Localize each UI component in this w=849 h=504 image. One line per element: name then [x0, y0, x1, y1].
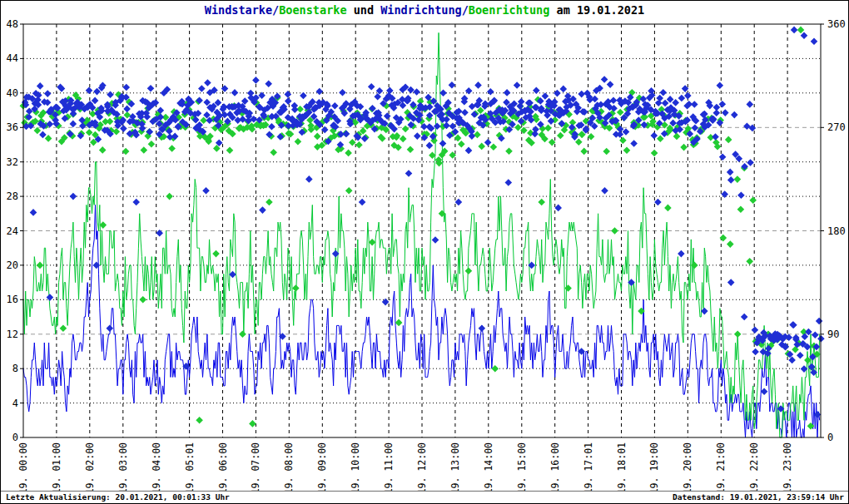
footer-bar: Letzte Aktualisierung: 20.01.2021, 00:01… — [1, 491, 848, 503]
x-axis-label: 19. 22:00 — [748, 442, 760, 492]
x-axis-label: 19. 18:01 — [616, 442, 628, 492]
left-axis-label: 20 — [7, 259, 18, 271]
left-axis-label: 36 — [7, 121, 18, 133]
x-axis-label: 19. 23:00 — [782, 442, 793, 492]
x-axis-label: 19. 20:00 — [682, 442, 693, 492]
data-state-text: Datenstand: 19.01.2021, 23:59:14 Uhr — [673, 492, 844, 503]
left-axis-label: 44 — [7, 52, 18, 64]
x-axis-label: 19. 11:00 — [383, 442, 395, 492]
left-axis-label: 32 — [7, 156, 18, 168]
right-axis-label: 270 — [827, 121, 846, 133]
x-axis-label: 19. 03:00 — [117, 442, 129, 492]
left-axis-label: 48 — [7, 18, 18, 30]
x-axis-label: 19. 00:00 — [17, 442, 29, 492]
left-axis-label: 16 — [7, 294, 18, 305]
x-axis-label: 19. 21:00 — [715, 442, 727, 492]
right-axis-label: 360 — [827, 18, 846, 30]
x-axis-label: 19. 06:00 — [217, 442, 229, 492]
left-axis-label: 12 — [7, 329, 18, 340]
boenstarke-line — [23, 32, 820, 437]
left-axis-label: 8 — [12, 363, 18, 374]
x-axis-label: 19. 07:00 — [250, 442, 261, 492]
x-axis-label: 19. 17:01 — [583, 442, 594, 492]
x-axis-label: 19. 05:01 — [184, 442, 196, 492]
left-axis-label: 4 — [12, 398, 18, 409]
last-update-text: Letzte Aktualisierung: 20.01.2021, 00:01… — [6, 492, 230, 503]
x-axis-label: 19. 13:00 — [449, 442, 461, 492]
windstarke-line — [23, 205, 820, 437]
x-axis-label: 19. 15:00 — [516, 442, 528, 492]
x-axis-label: 19. 12:00 — [416, 442, 428, 492]
x-axis-label: 19. 10:00 — [350, 442, 361, 492]
right-axis-label: 0 — [827, 432, 833, 443]
right-axis-label: 90 — [827, 329, 839, 340]
left-axis-label: 0 — [12, 432, 18, 443]
x-axis-label: 19. 04:00 — [151, 442, 162, 492]
left-axis-label: 40 — [7, 87, 18, 99]
left-axis-label: 24 — [7, 225, 18, 237]
x-axis-label: 19. 14:00 — [483, 442, 494, 492]
right-axis-label: 180 — [827, 225, 846, 237]
x-axis-label: 19. 16:00 — [549, 442, 561, 492]
x-axis-label: 19. 09:00 — [316, 442, 328, 492]
x-axis-label: 19. 19:00 — [648, 442, 660, 492]
x-axis-label: 19. 08:00 — [283, 442, 295, 492]
chart-window: Windstarke/Boenstarke und Windrichtung/B… — [0, 0, 849, 504]
left-axis-label: 28 — [7, 190, 18, 202]
x-axis-label: 19. 02:00 — [84, 442, 96, 492]
x-axis-label: 19. 01:00 — [51, 442, 62, 492]
wind-chart-plot: 0481216202428323640444809018027036019. 0… — [1, 1, 849, 492]
